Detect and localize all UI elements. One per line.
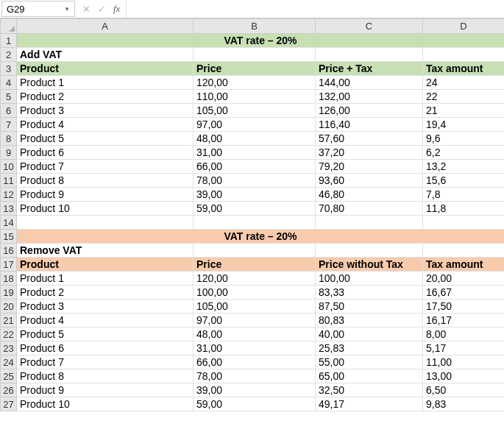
cell[interactable]: Price without Tax	[316, 258, 423, 272]
cell[interactable]: Product 3	[17, 104, 194, 118]
cell[interactable]: Product 5	[17, 132, 194, 146]
cell[interactable]: 100,00	[194, 286, 316, 300]
cell[interactable]: 22	[423, 90, 505, 104]
cell[interactable]: 57,60	[316, 132, 423, 146]
cell[interactable]: 13,2	[423, 160, 505, 174]
cell[interactable]: 32,50	[316, 383, 423, 397]
cell[interactable]: Product 2	[17, 90, 194, 104]
row-header-14[interactable]: 14	[1, 216, 17, 230]
cell[interactable]: 25,83	[316, 341, 423, 355]
cell[interactable]: 13,00	[423, 369, 505, 383]
cell[interactable]: Product 7	[17, 160, 194, 174]
cell[interactable]	[17, 216, 194, 230]
cell[interactable]: Remove VAT	[17, 244, 194, 258]
cell[interactable]: 110,00	[194, 90, 316, 104]
row-header-26[interactable]: 26	[1, 383, 17, 397]
cell[interactable]: 9,83	[423, 397, 505, 411]
row-header-7[interactable]: 7	[1, 118, 17, 132]
cell[interactable]: 31,00	[194, 146, 316, 160]
cell[interactable]: 59,00	[194, 397, 316, 411]
merged-title[interactable]: VAT rate – 20%	[17, 230, 505, 244]
cell[interactable]: 5,17	[423, 341, 505, 355]
cell[interactable]: Product	[17, 62, 194, 76]
cell[interactable]: 11,8	[423, 202, 505, 216]
row-header-18[interactable]: 18	[1, 272, 17, 286]
cell[interactable]: 132,00	[316, 90, 423, 104]
row-header-19[interactable]: 19	[1, 286, 17, 300]
cell[interactable]: Tax amount	[423, 258, 505, 272]
cell[interactable]: 46,80	[316, 188, 423, 202]
cell[interactable]	[316, 48, 423, 62]
cell[interactable]: Price + Tax	[316, 62, 423, 76]
cell[interactable]: 83,33	[316, 286, 423, 300]
cell[interactable]: 8,00	[423, 328, 505, 341]
select-all-corner[interactable]	[1, 19, 17, 34]
col-header-D[interactable]: D	[423, 19, 505, 34]
cell[interactable]: 105,00	[194, 300, 316, 314]
cell[interactable]: 65,00	[316, 369, 423, 383]
row-header-15[interactable]: 15	[1, 230, 17, 244]
cell[interactable]: 16,67	[423, 286, 505, 300]
row-header-5[interactable]: 5	[1, 90, 17, 104]
cell[interactable]: Product 4	[17, 118, 194, 132]
row-header-13[interactable]: 13	[1, 202, 17, 216]
cell[interactable]: 48,00	[194, 132, 316, 146]
spreadsheet-grid[interactable]: A B C D 1VAT rate – 20%2Add VAT3ProductP…	[0, 18, 504, 411]
cell[interactable]: 100,00	[316, 272, 423, 286]
cell[interactable]: 49,17	[316, 397, 423, 411]
cell[interactable]: Product 2	[17, 286, 194, 300]
cell[interactable]: 144,00	[316, 76, 423, 90]
row-header-16[interactable]: 16	[1, 244, 17, 258]
cell[interactable]: 48,00	[194, 328, 316, 341]
cell[interactable]: Product 1	[17, 272, 194, 286]
row-header-6[interactable]: 6	[1, 104, 17, 118]
cell[interactable]: 19,4	[423, 118, 505, 132]
cell[interactable]: 20,00	[423, 272, 505, 286]
cell[interactable]: 31,00	[194, 341, 316, 355]
cell[interactable]	[423, 48, 505, 62]
cell[interactable]: 11,00	[423, 355, 505, 369]
cell[interactable]: 87,50	[316, 300, 423, 314]
row-header-1[interactable]: 1	[1, 34, 17, 48]
cell[interactable]: 59,00	[194, 202, 316, 216]
row-header-3[interactable]: 3	[1, 62, 17, 76]
cell[interactable]: Price	[194, 62, 316, 76]
merged-title[interactable]: VAT rate – 20%	[17, 34, 505, 48]
cell[interactable]: 7,8	[423, 188, 505, 202]
row-header-25[interactable]: 25	[1, 369, 17, 383]
col-header-A[interactable]: A	[17, 19, 194, 34]
cell[interactable]: 21	[423, 104, 505, 118]
cell[interactable]: 39,00	[194, 383, 316, 397]
row-header-12[interactable]: 12	[1, 188, 17, 202]
col-header-C[interactable]: C	[316, 19, 423, 34]
cell[interactable]: Product 4	[17, 314, 194, 328]
cell[interactable]: Product 3	[17, 300, 194, 314]
row-header-21[interactable]: 21	[1, 314, 17, 328]
row-header-9[interactable]: 9	[1, 146, 17, 160]
cell[interactable]: Tax amount	[423, 62, 505, 76]
row-header-10[interactable]: 10	[1, 160, 17, 174]
cell[interactable]: Add VAT	[17, 48, 194, 62]
cell[interactable]: 55,00	[316, 355, 423, 369]
cell[interactable]: 78,00	[194, 174, 316, 188]
cell[interactable]: 78,00	[194, 369, 316, 383]
chevron-down-icon[interactable]: ▼	[64, 6, 70, 13]
cell[interactable]: 105,00	[194, 104, 316, 118]
cell[interactable]: 126,00	[316, 104, 423, 118]
row-header-2[interactable]: 2	[1, 48, 17, 62]
cell[interactable]: 97,00	[194, 118, 316, 132]
fx-icon[interactable]: fx	[113, 3, 120, 15]
cell[interactable]: Product 1	[17, 76, 194, 90]
cell[interactable]: 6,50	[423, 383, 505, 397]
cell[interactable]: 40,00	[316, 328, 423, 341]
cell[interactable]: Product 7	[17, 355, 194, 369]
cell[interactable]: 37,20	[316, 146, 423, 160]
row-header-27[interactable]: 27	[1, 397, 17, 411]
cell[interactable]: Product 6	[17, 341, 194, 355]
cell[interactable]	[316, 244, 423, 258]
cell[interactable]: 17,50	[423, 300, 505, 314]
cell[interactable]: Price	[194, 258, 316, 272]
cell[interactable]: 9,6	[423, 132, 505, 146]
cell[interactable]	[316, 216, 423, 230]
cell[interactable]: 120,00	[194, 76, 316, 90]
